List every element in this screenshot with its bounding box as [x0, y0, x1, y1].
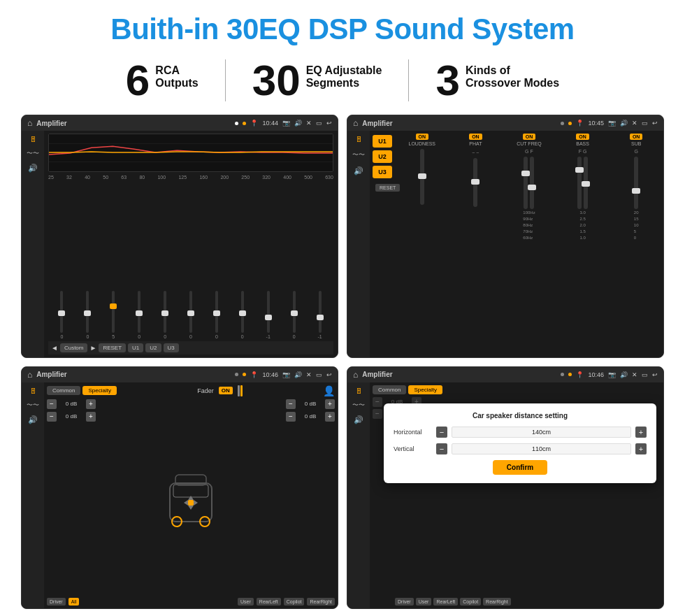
- fader-driver-btn[interactable]: Driver: [47, 598, 66, 606]
- loudness-thumb[interactable]: [418, 173, 426, 179]
- bass-thumb-g[interactable]: [582, 181, 590, 187]
- eq-thumb-7[interactable]: [213, 310, 220, 316]
- screen2-u1-btn[interactable]: U1: [373, 135, 392, 148]
- eq-thumb-2[interactable]: [84, 310, 91, 316]
- fader-minus-1[interactable]: −: [47, 399, 57, 409]
- eq-prev-btn[interactable]: ◄: [51, 344, 58, 352]
- eq-thumb-11[interactable]: [317, 315, 324, 320]
- fader-tab-common[interactable]: Common: [47, 386, 80, 395]
- eq-thumb-4[interactable]: [136, 310, 143, 316]
- distance-tab-specialty[interactable]: Specialty: [408, 385, 442, 394]
- screen2-u2-btn[interactable]: U2: [373, 150, 392, 163]
- phat-toggle[interactable]: ON: [469, 134, 482, 140]
- cutfreq-thumb-g[interactable]: [521, 171, 530, 176]
- confirm-button[interactable]: Confirm: [493, 460, 547, 475]
- screen4-wave-icon[interactable]: 〜〜: [352, 401, 365, 410]
- fader-all-btn[interactable]: All: [68, 598, 80, 606]
- horizontal-minus-btn[interactable]: −: [436, 427, 447, 438]
- eq-thumb-5[interactable]: [161, 310, 168, 316]
- eq-track-4[interactable]: [138, 291, 140, 333]
- screen1-back-icon[interactable]: ↩: [326, 120, 332, 127]
- eq-track-10[interactable]: [293, 291, 296, 333]
- eq-track-9[interactable]: [267, 291, 270, 333]
- vertical-minus-btn[interactable]: −: [436, 443, 447, 454]
- eq-track-5[interactable]: [164, 291, 166, 333]
- cutfreq-thumb-f[interactable]: [528, 185, 536, 190]
- screen1-wave-icon[interactable]: 〜〜: [27, 149, 39, 158]
- eq-reset-btn[interactable]: RESET: [99, 343, 126, 352]
- phat-slider[interactable]: [473, 158, 477, 207]
- horizontal-plus-btn[interactable]: +: [635, 427, 647, 438]
- screen1-speaker-icon[interactable]: 🔊: [28, 164, 38, 173]
- freq-50: 50: [103, 175, 108, 180]
- screen2-speaker-icon[interactable]: 🔊: [354, 166, 363, 176]
- sub-v5: 0: [634, 236, 639, 240]
- fader-minus-3[interactable]: −: [286, 399, 296, 409]
- screen3-back-icon[interactable]: ↩: [326, 371, 332, 378]
- fader-rearleft-btn[interactable]: RearLeft: [257, 598, 281, 606]
- eq-thumb-10[interactable]: [291, 310, 298, 316]
- fader-minus-2[interactable]: −: [47, 412, 57, 422]
- sub-thumb[interactable]: [632, 188, 640, 194]
- screen4-back-icon[interactable]: ↩: [652, 371, 658, 378]
- distance-user-btn[interactable]: User: [416, 598, 432, 606]
- fader-tab-specialty[interactable]: Specialty: [82, 386, 116, 395]
- screen3-speaker-icon[interactable]: 🔊: [28, 415, 38, 424]
- distance-driver-btn[interactable]: Driver: [395, 598, 414, 606]
- eq-track-3[interactable]: [112, 291, 115, 333]
- eq-thumb-8[interactable]: [239, 310, 246, 316]
- fader-plus-4[interactable]: +: [325, 412, 335, 422]
- screen4-eq-icon[interactable]: 🎚: [355, 387, 363, 395]
- fader-rearright-btn[interactable]: RearRight: [307, 598, 335, 606]
- fader-toggle[interactable]: ON: [219, 387, 233, 394]
- distance-rearleft-btn[interactable]: RearLeft: [433, 598, 458, 606]
- sub-slider[interactable]: [634, 157, 638, 209]
- distance-copilot-btn[interactable]: Copilot: [460, 598, 481, 606]
- fader-plus-2[interactable]: +: [86, 412, 96, 422]
- fader-user-btn[interactable]: User: [238, 598, 254, 606]
- cutfreq-slider-g[interactable]: [524, 157, 528, 209]
- screen2-u3-btn[interactable]: U3: [373, 166, 392, 178]
- screen3-eq-icon[interactable]: 🎚: [29, 387, 37, 395]
- bass-slider-g[interactable]: [584, 157, 588, 209]
- eq-u3-btn[interactable]: U3: [164, 343, 179, 352]
- sub-toggle[interactable]: ON: [630, 134, 643, 140]
- eq-track-1[interactable]: [60, 291, 63, 333]
- vertical-plus-btn[interactable]: +: [635, 443, 647, 454]
- screen2-u-btns: U1 U2 U3 RESET: [370, 131, 395, 357]
- fader-plus-3[interactable]: +: [325, 399, 335, 409]
- screen2-eq-icon[interactable]: 🎚: [355, 135, 363, 143]
- eq-thumb-1[interactable]: [58, 310, 65, 316]
- screen1-eq-icon[interactable]: 🎚: [29, 135, 37, 143]
- screen2-wave-icon[interactable]: 〜〜: [352, 150, 365, 159]
- stats-row: 6 RCA Outputs 30 EQ Adjustable Segments …: [21, 59, 664, 102]
- bass-toggle[interactable]: ON: [576, 134, 589, 140]
- fader-copilot-btn[interactable]: Copilot: [284, 598, 305, 606]
- fader-plus-1[interactable]: +: [86, 399, 96, 409]
- screen3-wave-icon[interactable]: 〜〜: [27, 401, 39, 410]
- eq-track-2[interactable]: [86, 291, 89, 333]
- eq-u2-btn[interactable]: U2: [145, 343, 161, 352]
- cutfreq-toggle[interactable]: ON: [523, 134, 536, 140]
- distance-tab-common[interactable]: Common: [373, 385, 406, 394]
- cutfreq-slider-f[interactable]: [530, 157, 534, 209]
- eq-thumb-9[interactable]: [265, 315, 272, 320]
- eq-thumb-6[interactable]: [187, 310, 194, 316]
- phat-thumb[interactable]: [471, 179, 480, 185]
- eq-custom-btn[interactable]: Custom: [60, 343, 88, 352]
- eq-thumb-3[interactable]: [110, 303, 117, 309]
- screen4-speaker-icon[interactable]: 🔊: [354, 415, 363, 424]
- screen2-back-icon[interactable]: ↩: [652, 120, 658, 127]
- eq-track-6[interactable]: [189, 291, 192, 333]
- eq-track-8[interactable]: [241, 291, 244, 333]
- loudness-slider[interactable]: [420, 149, 424, 205]
- eq-track-7[interactable]: [215, 291, 218, 333]
- fader-minus-4[interactable]: −: [286, 412, 296, 422]
- eq-u1-btn[interactable]: U1: [128, 343, 143, 352]
- bass-thumb-f[interactable]: [575, 167, 584, 173]
- distance-rearright-btn[interactable]: RearRight: [483, 598, 511, 606]
- eq-track-11[interactable]: [319, 291, 322, 333]
- loudness-toggle[interactable]: ON: [416, 134, 429, 140]
- horizontal-label: Horizontal: [394, 429, 432, 436]
- eq-play-btn[interactable]: ►: [89, 344, 96, 352]
